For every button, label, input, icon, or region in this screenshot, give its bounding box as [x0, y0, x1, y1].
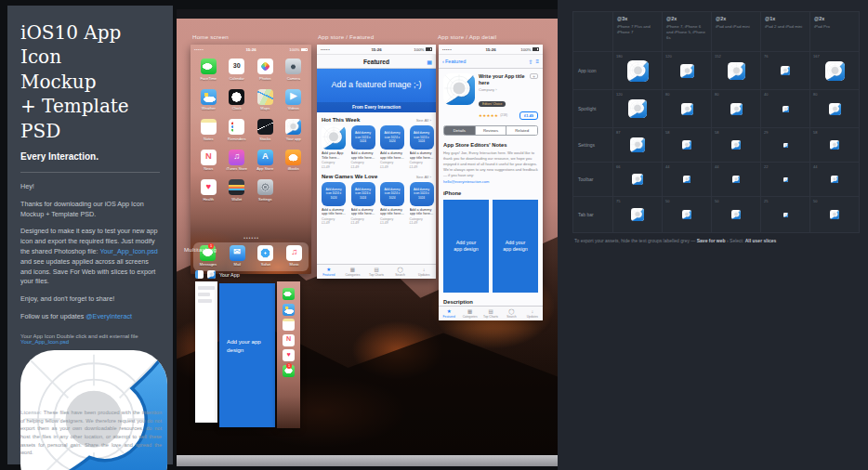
tab-updates[interactable]: ↓Updates [412, 265, 436, 279]
size-px-label: 76 [764, 54, 768, 59]
app-health[interactable]: ♥ [283, 349, 295, 361]
app-card[interactable]: Add dummy icon 1024 x 1024Add a dummy ap… [351, 125, 376, 169]
size-cell-settings-3: 58 [712, 128, 760, 162]
app-card[interactable]: Add your App Title here...Category£1.49 [322, 125, 347, 169]
app-reminders[interactable]: Reminders [223, 119, 252, 141]
home-screen-card[interactable]: N♥1 [277, 281, 300, 428]
app-your-app[interactable]: Your app [280, 119, 309, 141]
tab-top-charts[interactable]: ▤Top Charts [480, 307, 501, 320]
card-category: Category [410, 161, 435, 164]
app-itunes-store[interactable]: ♫iTunes Store [223, 150, 252, 172]
app-label: Weather [202, 106, 216, 111]
app-card[interactable]: Add dummy icon 1024 x 1024Add a dummy ap… [410, 182, 435, 226]
tab-featured[interactable]: ★Featured [439, 307, 459, 320]
dummy-icon-text: Add dummy icon 1024 x 1024 [410, 129, 434, 145]
tab-search[interactable]: ◯Search [501, 307, 521, 320]
app-news[interactable]: NNews [194, 150, 223, 172]
app-calendar[interactable]: 30Calendar [223, 59, 252, 81]
segment-related[interactable]: Related [506, 126, 537, 135]
tab-categories[interactable]: ▦Categories [459, 307, 480, 320]
segment-reviews[interactable]: Reviews [475, 126, 506, 135]
size-px-label: 75 [616, 199, 620, 203]
app-health[interactable]: ♥Health [194, 179, 223, 202]
menu-bar [177, 9, 558, 19]
card-price: £1.49 [380, 165, 405, 169]
dummy-app-icon: Add dummy icon 1024 x 1024 [410, 125, 434, 150]
card-title: Add a dummy app title here... [351, 151, 376, 160]
your-app-card[interactable]: Add your app design [219, 283, 275, 427]
app-card[interactable]: Add dummy icon 1024 x 1024Add a dummy ap… [380, 182, 405, 226]
app-camera[interactable]: Camera [280, 59, 309, 81]
icon-size-grid: @3xiPhone 7 Plus and iPhone 7@2xiPhone 7… [572, 11, 860, 233]
app-clock[interactable]: Clock [223, 89, 252, 111]
app-card[interactable]: Add dummy icon 1024 x 1024Add a dummy ap… [322, 182, 347, 226]
tab-bar: ★Featured▦Categories▤Top Charts◯Search↓U… [439, 306, 543, 320]
card-title: Add a dummy app title here... [380, 151, 405, 160]
app-ibooks[interactable]: iBooks [280, 150, 309, 172]
app-news[interactable]: N [283, 334, 295, 346]
app-messages[interactable]: 1 [283, 365, 295, 377]
devices-label: iPhone 7, iPhone 6 and iPhone 5, iPhone … [666, 24, 707, 41]
tab-featured[interactable]: ★Featured [317, 265, 341, 279]
wishlist-plus-button[interactable]: + [530, 73, 538, 79]
tab-search[interactable]: ◯Search [388, 265, 413, 279]
app-videos[interactable]: ▶Videos [280, 89, 309, 111]
email-link[interactable]: hello@everyinteraction.com [443, 179, 538, 184]
your-app-icon [831, 176, 838, 183]
app-maps[interactable]: Maps [251, 89, 280, 111]
twitter-link[interactable]: @EveryInteract [85, 312, 132, 320]
back-button[interactable]: ‹Featured [442, 55, 466, 68]
enjoy-text: Enjoy, and don't forget to share! [20, 294, 160, 305]
app-wallet[interactable]: Wallet [223, 179, 252, 202]
grid-col-header-3: @2xiPad and iPad mini [712, 12, 760, 51]
tab-top-charts[interactable]: ▤Top Charts [364, 265, 388, 279]
list-menu-icon[interactable]: ▦ [427, 59, 432, 65]
app-notes[interactable]: Notes [194, 119, 223, 141]
psd-file-link[interactable]: Your_App_Icon.psd [99, 247, 157, 255]
grid-col-header-2: @2xiPhone 7, iPhone 6 and iPhone 5, iPho… [663, 12, 711, 51]
dummy-icon-text: Add dummy icon 1024 x 1024 [351, 186, 375, 202]
see-all-link[interactable]: See All › [416, 118, 431, 123]
app-photos[interactable]: Photos [251, 59, 280, 81]
share-icon[interactable]: ⇧ [528, 59, 533, 65]
card-price: £1.49 [351, 165, 376, 169]
home-app-grid: FaceTime30CalendarPhotosCameraWeatherClo… [194, 59, 308, 202]
grid-row-label: Spotlight [573, 90, 612, 127]
weather-icon [201, 89, 217, 105]
size-px-label: 80 [665, 92, 669, 97]
size-px-label: 44 [665, 164, 669, 169]
app-app-store[interactable]: AApp Store [251, 150, 280, 172]
description-title: Description [443, 299, 538, 305]
featured-banner[interactable]: Add a featured image ;-) From Every Inte… [317, 69, 436, 112]
your-app-icon [783, 143, 788, 148]
card-category: Category [322, 217, 347, 221]
app-card-partial[interactable] [195, 281, 217, 423]
app-stocks[interactable]: Stocks [251, 119, 280, 141]
tab-updates[interactable]: ↓Updates [522, 307, 543, 320]
app-facetime[interactable]: FaceTime [194, 59, 223, 81]
price-button[interactable]: £1.49 [519, 111, 538, 120]
placeholder-line [198, 286, 215, 290]
tab-categories[interactable]: ▦Categories [341, 265, 365, 279]
videos-icon: ▶ [285, 89, 301, 105]
health-icon: ♥ [283, 349, 295, 361]
app-weather[interactable] [283, 304, 295, 316]
menu-icon[interactable]: ≡ [535, 59, 539, 64]
tab-label: Top Charts [483, 315, 498, 319]
dummy-icon-text: Add dummy icon 1024 x 1024 [380, 129, 404, 145]
dummy-app-icon: Add dummy icon 1024 x 1024 [410, 182, 434, 206]
app-facetime[interactable] [283, 288, 295, 300]
segment-details[interactable]: Details [444, 126, 475, 135]
see-all-link[interactable]: See All › [416, 175, 431, 179]
app-notes[interactable] [283, 319, 295, 331]
your-app-icon [627, 60, 649, 82]
card-title: Add a dummy app title here... [351, 208, 376, 216]
company-link[interactable]: Company › [479, 87, 538, 92]
app-card[interactable]: Add dummy icon 1024 x 1024Add a dummy ap… [351, 182, 376, 226]
psd-file-link-2[interactable]: Your_App_Icon.psd [20, 339, 69, 345]
app-card[interactable]: Add dummy icon 1024 x 1024Add a dummy ap… [380, 125, 405, 169]
app-card[interactable]: Add dummy icon 1024 x 1024Add a dummy ap… [410, 125, 435, 169]
app-settings[interactable]: Settings [251, 179, 280, 202]
tab-label: Featured [443, 315, 455, 319]
app-weather[interactable]: Weather [194, 89, 223, 111]
